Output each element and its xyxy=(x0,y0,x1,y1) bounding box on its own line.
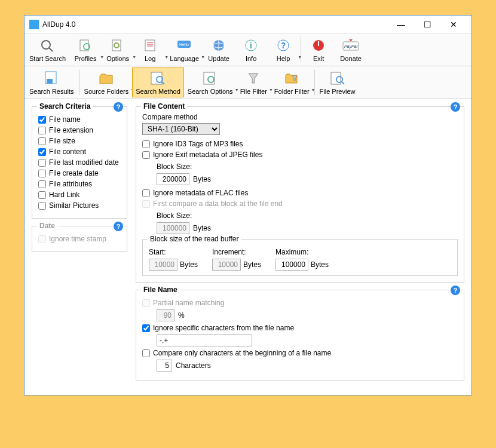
date-title: Date xyxy=(37,222,57,230)
file-last-modified-checkbox[interactable]: File last modified date xyxy=(38,158,121,167)
minimize-button[interactable]: — xyxy=(388,16,414,33)
magnifier-icon xyxy=(38,37,57,54)
file-content-checkbox[interactable]: File content xyxy=(38,148,121,156)
svg-line-31 xyxy=(342,82,344,84)
paypal-icon: PayPal xyxy=(341,37,360,54)
window-title: AllDup 4.0 xyxy=(42,20,388,29)
start-search-button[interactable]: Start Search xyxy=(26,35,69,65)
svg-rect-19 xyxy=(318,41,319,46)
svg-text:PayPal: PayPal xyxy=(344,44,358,49)
bytes-unit: Bytes xyxy=(193,224,211,232)
search-criteria-group: Search Criteria ? File name File extensi… xyxy=(32,106,127,219)
compare-only-input[interactable] xyxy=(157,360,172,372)
gear-doc-icon xyxy=(76,37,95,54)
file-name-checkbox[interactable]: File name xyxy=(38,115,121,124)
source-folders-button[interactable]: Source Folders▼ xyxy=(81,67,133,97)
file-preview-button[interactable]: File Preview xyxy=(316,67,359,97)
search-results-button[interactable]: Search Results xyxy=(26,67,78,97)
globe-icon xyxy=(209,37,228,54)
svg-text:?: ? xyxy=(281,41,286,50)
file-create-date-checkbox[interactable]: File create date xyxy=(38,169,121,177)
block-size-input[interactable] xyxy=(157,173,189,185)
options-button[interactable]: Options▼ xyxy=(102,35,134,65)
bytes-unit: Bytes xyxy=(193,175,211,183)
help-button[interactable]: ? Help▼ xyxy=(267,35,299,65)
increment-label: Increment: xyxy=(212,248,261,256)
svg-rect-6 xyxy=(145,40,155,51)
file-size-checkbox[interactable]: File size xyxy=(38,137,121,145)
svg-text:i: i xyxy=(250,41,252,50)
help-icon[interactable]: ? xyxy=(451,286,460,295)
compare-method-select[interactable]: SHA-1 (160-Bit) xyxy=(142,123,220,135)
help-icon[interactable]: ? xyxy=(114,102,123,112)
maximum-label: Maximum: xyxy=(275,248,329,256)
language-icon: Hello xyxy=(175,37,194,54)
gear-icon xyxy=(108,37,127,54)
search-options-button[interactable]: Search Options▼ xyxy=(184,67,237,97)
ignore-chars-input[interactable] xyxy=(157,335,252,346)
titlebar: AllDup 4.0 — ☐ ✕ xyxy=(25,16,471,33)
help-icon[interactable]: ? xyxy=(114,222,123,231)
file-filter-button[interactable]: File Filter▼ xyxy=(237,67,271,97)
update-button[interactable]: Update xyxy=(203,35,235,65)
svg-rect-23 xyxy=(47,79,53,84)
svg-point-0 xyxy=(42,41,50,49)
search-options-icon xyxy=(201,70,220,87)
secondary-toolbar: Search Results Source Folders▼ Search Me… xyxy=(25,66,471,99)
app-icon xyxy=(29,20,39,29)
folder-filter-icon xyxy=(282,70,301,87)
file-extension-checkbox[interactable]: File extension xyxy=(38,126,121,134)
ignore-exif-checkbox[interactable]: Ignore Exif metadata of JPEG files xyxy=(142,151,458,159)
search-method-icon xyxy=(148,70,167,87)
help-icon[interactable]: ? xyxy=(451,102,460,112)
language-button[interactable]: Hello Language▼ xyxy=(166,35,203,65)
svg-line-26 xyxy=(162,82,164,84)
svg-text:Hello: Hello xyxy=(179,42,189,47)
read-buffer-group: Block size of the read buffer Start: Byt… xyxy=(142,239,458,276)
file-name-group: File Name ? Partial name matching % Igno… xyxy=(136,290,464,381)
block-size-label: Block Size: xyxy=(157,162,458,171)
ignore-chars-checkbox[interactable]: Ignore specific characters from the file… xyxy=(142,324,458,332)
file-attributes-checkbox[interactable]: File attributes xyxy=(38,180,121,188)
hard-link-checkbox[interactable]: Hard Link xyxy=(38,191,121,199)
compare-method-label: Compare method xyxy=(142,113,458,121)
close-button[interactable]: ✕ xyxy=(440,16,467,33)
ignore-timestamp-checkbox: Ignore time stamp xyxy=(38,235,121,243)
maximize-button[interactable]: ☐ xyxy=(414,16,440,33)
exit-button[interactable]: Exit xyxy=(302,35,335,65)
content-area: Search Criteria ? File name File extensi… xyxy=(25,99,471,395)
search-method-button[interactable]: Search Method xyxy=(132,67,184,97)
start-label: Start: xyxy=(149,248,198,256)
search-criteria-title: Search Criteria xyxy=(37,102,93,111)
start-input xyxy=(149,259,177,271)
window: AllDup 4.0 — ☐ ✕ Start Search Profiles▼ … xyxy=(24,15,472,395)
first-compare-checkbox: First compare a data block at the file e… xyxy=(142,200,458,208)
profiles-button[interactable]: Profiles▼ xyxy=(69,35,102,65)
log-icon xyxy=(140,37,160,54)
exit-icon xyxy=(309,37,328,54)
ignore-id3-checkbox[interactable]: Ignore ID3 Tags of MP3 files xyxy=(142,140,458,148)
info-icon: i xyxy=(241,37,261,54)
ignore-flac-checkbox[interactable]: Ignore metadata of FLAC files xyxy=(142,189,458,197)
info-button[interactable]: i Info xyxy=(235,35,267,65)
filter-icon xyxy=(244,70,263,87)
increment-input xyxy=(212,259,241,271)
similar-pictures-checkbox[interactable]: Similar Pictures xyxy=(38,201,121,210)
help-icon: ? xyxy=(274,37,293,54)
file-content-title: File Content xyxy=(141,102,187,111)
donate-button[interactable]: PayPal Donate xyxy=(335,35,367,65)
file-name-title: File Name xyxy=(141,286,180,294)
partial-match-checkbox: Partial name matching xyxy=(142,299,458,307)
log-button[interactable]: Log▼ xyxy=(134,35,166,65)
maximum-input[interactable] xyxy=(275,259,308,271)
preview-icon xyxy=(328,70,347,87)
file-content-group: File Content ? Compare method SHA-1 (160… xyxy=(136,106,464,283)
read-buffer-title: Block size of the read buffer xyxy=(148,235,241,243)
svg-line-1 xyxy=(49,48,53,51)
folder-filter-button[interactable]: Folder Filter▼ xyxy=(271,67,313,97)
folder-icon xyxy=(97,70,116,87)
date-group: Date ? Ignore time stamp xyxy=(32,226,127,252)
block-size2-label: Block Size: xyxy=(157,211,458,220)
block-size2-input xyxy=(157,222,189,234)
compare-only-checkbox[interactable]: Compare only characters at the beginning… xyxy=(142,349,458,357)
